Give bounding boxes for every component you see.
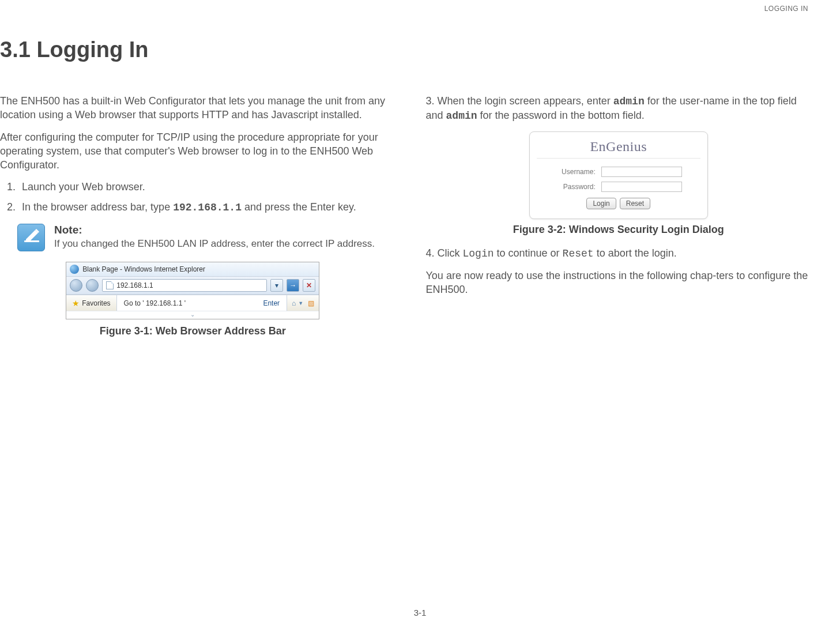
password-input[interactable] — [601, 182, 682, 192]
note-text: Note: If you changed the ENH500 LAN IP a… — [54, 224, 375, 250]
chevron-down-icon: ▼ — [298, 300, 303, 306]
step-list: Launch your Web browser. In the browser … — [18, 180, 386, 214]
step-4-b: to continue or — [494, 247, 563, 259]
goto-b: ' — [182, 299, 186, 307]
login-brand: EnGenius — [537, 132, 700, 159]
step-4-a: 4. Click — [426, 247, 463, 259]
browser-suggest-row: ★ Favorites Go to ' 192.168.1.1 ' Enter … — [66, 295, 319, 311]
feed-icon: ▧ — [308, 299, 314, 307]
page-icon — [106, 281, 114, 289]
ie-icon — [70, 265, 79, 274]
step-3-admin-2: admin — [446, 110, 477, 122]
goto-ip: 192.168.1.1 — [146, 299, 182, 307]
suggest-expand[interactable]: ⌄ — [66, 311, 319, 319]
browser-title-text: Blank Page - Windows Internet Explorer — [82, 265, 205, 273]
svg-marker-1 — [26, 230, 38, 242]
favorites-label: Favorites — [82, 299, 110, 307]
two-column-layout: The ENH500 has a built-in Web Configurat… — [0, 94, 811, 337]
intro-paragraph-2: After configuring the computer for TCP/I… — [0, 130, 386, 172]
step-3-admin-1: admin — [613, 96, 645, 107]
go-button[interactable]: → — [287, 279, 299, 292]
intro-paragraph-1: The ENH500 has a built-in Web Configurat… — [0, 94, 386, 122]
step-3-a: 3. When the login screen appears, enter — [426, 95, 613, 107]
figure-1-caption: Figure 3-1: Web Browser Address Bar — [0, 325, 386, 337]
star-icon: ★ — [72, 299, 80, 308]
note-title: Note: — [54, 224, 375, 236]
left-column: The ENH500 has a built-in Web Configurat… — [0, 94, 386, 337]
reset-button[interactable]: Reset — [620, 198, 650, 209]
figure-2-caption: Figure 3-2: Windows Security Login Dialo… — [426, 224, 812, 236]
figure-browser-address-bar: Blank Page - Windows Internet Explorer 1… — [66, 262, 319, 319]
closing-paragraph: You are now ready to use the instruction… — [426, 269, 812, 297]
step-2-text-a: In the browser address bar, type — [22, 201, 173, 213]
enter-label: Enter — [263, 299, 280, 307]
section-heading: 3.1 Logging In — [0, 37, 811, 62]
step-2-ip: 192.168.1.1 — [173, 202, 242, 213]
stop-button[interactable]: ✕ — [303, 279, 315, 292]
step-3: 3. When the login screen appears, enter … — [426, 94, 812, 123]
step-3-c: for the password in the bottom field. — [477, 110, 645, 121]
favorites-button[interactable]: ★ Favorites — [66, 295, 116, 311]
dropdown-button[interactable]: ▾ — [270, 279, 283, 292]
page-number: 3-1 — [414, 608, 427, 617]
nav-back-icon[interactable] — [70, 279, 82, 292]
figure-login-dialog: EnGenius Username: Password: Login Reset — [529, 131, 708, 219]
step-1: Launch your Web browser. — [18, 180, 386, 194]
username-input[interactable] — [601, 167, 682, 177]
login-button[interactable]: Login — [586, 198, 616, 209]
step-4-reset: Reset — [563, 248, 594, 259]
step-2: In the browser address bar, type 192.168… — [18, 200, 386, 214]
step-2-text-b: and press the Enter key. — [242, 201, 356, 213]
browser-address-row: 192.168.1.1 ▾ → ✕ — [66, 277, 319, 295]
login-username-row: Username: — [530, 167, 707, 177]
username-label: Username: — [555, 168, 596, 176]
address-bar[interactable]: 192.168.1.1 — [102, 279, 267, 292]
password-label: Password: — [555, 183, 596, 191]
browser-titlebar: Blank Page - Windows Internet Explorer — [66, 262, 319, 277]
right-column: 3. When the login screen appears, enter … — [426, 94, 812, 337]
nav-forward-icon[interactable] — [86, 279, 99, 292]
goto-a: Go to ' — [124, 299, 146, 307]
login-password-row: Password: — [530, 182, 707, 192]
step-4: 4. Click Login to continue or Reset to a… — [426, 246, 812, 261]
step-4-login: Login — [463, 248, 494, 259]
goto-suggestion[interactable]: Go to ' 192.168.1.1 ' Enter — [117, 295, 287, 311]
address-bar-value: 192.168.1.1 — [116, 281, 153, 289]
login-button-row: Login Reset — [530, 198, 707, 209]
home-dropdown[interactable]: ⌂ ▼ ▧ — [287, 295, 319, 311]
note-body: If you changed the ENH500 LAN IP address… — [54, 238, 375, 250]
goto-text: Go to ' 192.168.1.1 ' — [124, 299, 186, 307]
step-4-c: to abort the login. — [594, 247, 677, 259]
note-pencil-icon — [17, 224, 45, 251]
note-block: Note: If you changed the ENH500 LAN IP a… — [17, 224, 386, 251]
running-header: LOGGING IN — [764, 5, 808, 13]
home-icon: ⌂ — [292, 299, 296, 307]
